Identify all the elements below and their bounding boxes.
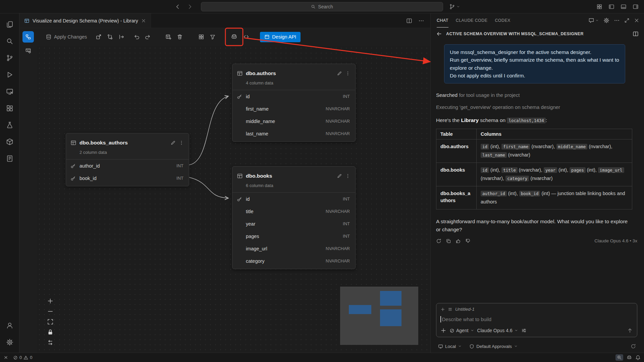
mode-picker[interactable]: Agent bbox=[449, 328, 474, 333]
expand-chat-icon[interactable] bbox=[624, 18, 630, 23]
table-definition-view-button[interactable] bbox=[22, 45, 34, 56]
column-year[interactable]: yearINT bbox=[232, 218, 355, 230]
activity-files[interactable] bbox=[2, 16, 18, 33]
zoom-in-button[interactable] bbox=[47, 298, 54, 304]
column-book_id[interactable]: book_idINT bbox=[66, 172, 189, 184]
column-type: INT bbox=[343, 94, 350, 99]
auto-arrange-button[interactable] bbox=[47, 339, 54, 346]
notifications-icon[interactable] bbox=[635, 355, 641, 360]
view-code-button[interactable] bbox=[242, 33, 251, 41]
new-chat-button[interactable] bbox=[588, 17, 599, 23]
chat-tab-claude-code[interactable]: CLAUDE CODE bbox=[456, 13, 488, 27]
copilot-button[interactable] bbox=[230, 33, 238, 41]
schema-canvas[interactable]: dbo.authors4 column dataidINTfirst_nameN… bbox=[37, 46, 430, 353]
remote-indicator-icon[interactable] bbox=[3, 355, 8, 360]
publish-script-button[interactable] bbox=[117, 33, 126, 41]
back-icon[interactable] bbox=[436, 31, 442, 37]
column-author_id[interactable]: author_idINT bbox=[66, 160, 189, 172]
activity-search[interactable] bbox=[2, 33, 18, 50]
close-tab-icon[interactable] bbox=[141, 18, 146, 23]
column-id[interactable]: idINT bbox=[232, 193, 355, 205]
schema-table-dbo.books[interactable]: dbo.books6 column dataidINTtitleNVARCHAR… bbox=[232, 166, 356, 269]
model-picker[interactable]: Claude Opus 4.6 bbox=[477, 328, 518, 333]
thumbs-down-icon[interactable] bbox=[465, 238, 471, 244]
table-menu-icon[interactable] bbox=[345, 71, 351, 76]
chat-tab-codex[interactable]: CODEX bbox=[495, 13, 510, 27]
toggle-sidebar-icon[interactable] bbox=[608, 4, 614, 10]
activity-packages[interactable] bbox=[2, 133, 18, 150]
regenerate-icon[interactable] bbox=[436, 238, 441, 244]
filter-button[interactable] bbox=[208, 33, 217, 41]
activity-run-debug[interactable] bbox=[2, 66, 18, 83]
copy-icon[interactable] bbox=[446, 238, 451, 244]
chat-settings-icon[interactable] bbox=[603, 17, 609, 23]
filter-icon bbox=[210, 34, 216, 40]
error-icon bbox=[13, 355, 18, 360]
zoom-out-button[interactable] bbox=[47, 308, 54, 315]
activity-account[interactable] bbox=[2, 317, 18, 334]
schema-table-dbo.authors[interactable]: dbo.authors4 column dataidINTfirst_nameN… bbox=[232, 64, 356, 142]
apply-changes-button[interactable]: Apply Changes bbox=[46, 34, 87, 40]
undo-button[interactable] bbox=[132, 33, 141, 41]
activity-remote-window[interactable] bbox=[2, 83, 18, 100]
attach-icon[interactable] bbox=[440, 327, 446, 334]
sync-icon[interactable] bbox=[631, 344, 636, 349]
column-id[interactable]: idINT bbox=[232, 90, 355, 103]
schema-table-dbo.books_authors[interactable]: dbo.books_authors2 column dataauthor_idI… bbox=[66, 133, 189, 186]
chat-more-icon[interactable] bbox=[614, 17, 620, 23]
repo-menu-button[interactable] bbox=[449, 4, 460, 10]
thumbs-up-icon[interactable] bbox=[455, 238, 461, 244]
toggle-secondary-sidebar-icon[interactable] bbox=[633, 4, 639, 10]
tab-schema-designer[interactable]: Visualize and Design Schema (Preview) - … bbox=[19, 13, 151, 28]
zoom-status-button[interactable] bbox=[615, 354, 623, 361]
edit-table-icon[interactable] bbox=[337, 71, 342, 76]
activity-testing[interactable] bbox=[2, 117, 18, 133]
delete-button[interactable] bbox=[175, 33, 184, 41]
customize-layout-icon[interactable] bbox=[596, 4, 602, 10]
split-editor-icon[interactable] bbox=[406, 18, 412, 24]
approvals-picker[interactable]: Default Approvals bbox=[469, 344, 518, 349]
add-table-button[interactable] bbox=[164, 33, 173, 41]
toggle-panel-icon[interactable] bbox=[621, 4, 627, 10]
fit-view-button[interactable] bbox=[47, 318, 54, 325]
compare-changes-button[interactable] bbox=[106, 33, 114, 41]
chat-tab-chat[interactable]: CHAT bbox=[437, 13, 448, 27]
column-category[interactable]: categoryNVARCHAR bbox=[232, 255, 355, 267]
activity-extensions[interactable] bbox=[2, 100, 18, 117]
problems-errors[interactable]: 0 0 bbox=[13, 355, 32, 360]
column-image_url[interactable]: image_urlNVARCHAR bbox=[232, 242, 355, 255]
lock-button[interactable] bbox=[47, 329, 54, 336]
table-menu-icon[interactable] bbox=[179, 140, 184, 145]
editor-more-actions-icon[interactable] bbox=[418, 18, 424, 24]
column-pages[interactable]: pagesINT bbox=[232, 230, 355, 242]
column-first_name[interactable]: first_nameNVARCHAR bbox=[232, 103, 355, 115]
nav-forward-icon[interactable] bbox=[187, 4, 193, 10]
column-last_name[interactable]: last_nameNVARCHAR bbox=[232, 127, 355, 140]
export-diagram-button[interactable] bbox=[94, 33, 103, 41]
chat-input-placeholder[interactable]: Describe what to build bbox=[442, 316, 492, 322]
edit-table-icon[interactable] bbox=[170, 140, 176, 145]
nav-back-icon[interactable] bbox=[175, 4, 181, 10]
column-middle_name[interactable]: middle_nameNVARCHAR bbox=[232, 115, 355, 127]
minimap[interactable] bbox=[340, 287, 418, 345]
edit-table-icon[interactable] bbox=[337, 173, 342, 179]
model-settings-icon[interactable] bbox=[521, 328, 527, 333]
add-context-icon[interactable] bbox=[440, 307, 445, 312]
close-chat-icon[interactable] bbox=[634, 18, 639, 23]
schema-diagram-view-button[interactable] bbox=[22, 31, 34, 43]
copilot-status-icon[interactable] bbox=[627, 355, 632, 360]
split-chat-icon[interactable] bbox=[633, 31, 639, 37]
chat-input-box[interactable]: Untitled-1 Describe what to build Agent … bbox=[436, 303, 637, 337]
auto-layout-button[interactable] bbox=[197, 33, 206, 41]
user-message-line: Do not apply edits until I confirm. bbox=[450, 72, 620, 79]
redo-button[interactable] bbox=[143, 33, 152, 41]
send-icon[interactable] bbox=[627, 327, 633, 334]
environment-picker[interactable]: Local bbox=[438, 344, 462, 349]
activity-source-control[interactable] bbox=[2, 50, 18, 66]
design-api-button[interactable]: Design API bbox=[260, 32, 301, 42]
table-menu-icon[interactable] bbox=[345, 173, 351, 179]
command-center-search[interactable]: Search bbox=[201, 2, 443, 11]
activity-notebook[interactable] bbox=[2, 150, 18, 167]
column-title[interactable]: titleNVARCHAR bbox=[232, 205, 355, 218]
activity-settings[interactable] bbox=[2, 334, 18, 351]
